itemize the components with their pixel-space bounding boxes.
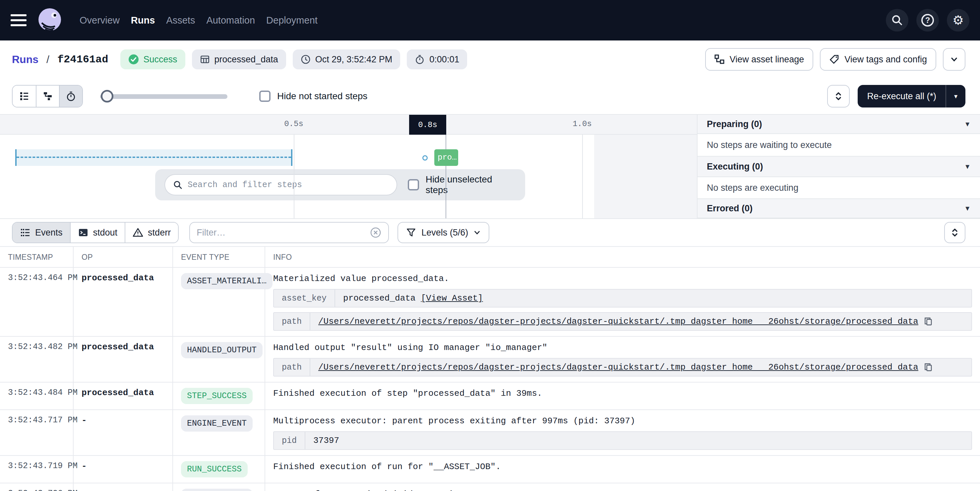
tab-stderr[interactable]: stderr xyxy=(125,223,178,242)
step-start-marker xyxy=(422,155,428,161)
cursor-time-box: 0.8s xyxy=(409,115,446,135)
col-header-info[interactable]: INFO xyxy=(265,247,980,267)
clear-filter-icon[interactable] xyxy=(370,226,382,239)
metadata-key: asset_key xyxy=(274,290,335,307)
col-header-event-type[interactable]: EVENT TYPE xyxy=(173,247,265,267)
event-type-badge: ENGINE_EVENT xyxy=(181,489,253,491)
run-status-panel: Preparing (0)▼ No steps are waiting to e… xyxy=(697,115,980,218)
nav-item-assets[interactable]: Assets xyxy=(166,15,195,26)
event-timestamp: 3:52:43.464 PM xyxy=(0,267,73,336)
preparing-section-body: No steps are waiting to execute xyxy=(698,134,980,156)
gantt-section: 0.5s 1.0s 0.8s pro… Hide unselected step… xyxy=(0,114,980,219)
clock-icon xyxy=(301,54,311,64)
chevron-down-icon xyxy=(473,229,481,236)
tab-events[interactable]: Events xyxy=(13,223,70,242)
events-list-icon xyxy=(20,227,30,238)
event-timestamp: 3:52:43.484 PM xyxy=(0,382,73,410)
timed-view-button[interactable] xyxy=(59,86,82,107)
breadcrumb-runs-link[interactable]: Runs xyxy=(12,53,38,66)
waterfall-view-button[interactable] xyxy=(36,86,59,107)
nav-item-overview[interactable]: Overview xyxy=(80,15,120,26)
event-info-cell: Finished execution of run for "__ASSET_J… xyxy=(265,455,980,483)
gantt-step-bar[interactable]: pro… xyxy=(434,149,458,166)
path-link[interactable]: /Users/neverett/projects/repos/dagster-p… xyxy=(318,317,918,327)
hide-unselected-checkbox-row[interactable]: Hide unselected steps xyxy=(408,174,516,195)
log-filter-input[interactable] xyxy=(197,228,370,238)
hide-unselected-label: Hide unselected steps xyxy=(426,174,516,195)
view-asset-link[interactable]: [View Asset] xyxy=(421,293,483,303)
event-type-badge: ASSET_MATERIALI… xyxy=(181,273,272,289)
expand-logs-button[interactable] xyxy=(944,222,966,243)
reexecute-split-button[interactable]: Re-execute all (*) ▾ xyxy=(858,85,966,107)
hide-not-started-label: Hide not started steps xyxy=(277,91,368,102)
run-actions-caret-button[interactable] xyxy=(943,48,966,71)
event-type-cell: ASSET_MATERIALI… xyxy=(173,267,265,336)
zoom-slider-handle[interactable] xyxy=(101,90,113,102)
nav-item-automation[interactable]: Automation xyxy=(206,15,255,26)
event-type-cell: HANDLED_OUTPUT xyxy=(173,336,265,382)
breadcrumb-separator: / xyxy=(46,53,49,66)
event-op: - xyxy=(73,410,173,455)
event-info-cell: Finished execution of step "processed_da… xyxy=(265,382,980,410)
tab-stdout[interactable]: stdout xyxy=(70,223,125,242)
path-link[interactable]: /Users/neverett/projects/repos/dagster-p… xyxy=(318,362,918,372)
expand-panel-button[interactable] xyxy=(827,85,850,107)
reexecute-all-button[interactable]: Re-execute all (*) xyxy=(858,85,945,107)
step-search-input[interactable] xyxy=(188,180,388,190)
event-type-badge: STEP_SUCCESS xyxy=(181,388,253,404)
zoom-slider-track[interactable] xyxy=(100,94,228,99)
metadata-key: path xyxy=(274,313,310,330)
search-button[interactable] xyxy=(886,9,908,32)
event-message: Process for run exited (pid: 37397). xyxy=(273,489,975,491)
step-search-box[interactable] xyxy=(164,174,397,195)
metadata-plain-value: 37397 xyxy=(313,435,339,446)
reexecute-caret-button[interactable]: ▾ xyxy=(946,85,966,107)
settings-button[interactable]: ⚙ xyxy=(947,9,969,32)
log-filter-box[interactable] xyxy=(189,222,389,243)
run-header: Runs / f24161ad Success processed_data O… xyxy=(0,40,980,78)
col-header-timestamp[interactable]: TIMESTAMP xyxy=(0,247,73,267)
levels-dropdown[interactable]: Levels (5/6) xyxy=(398,222,489,243)
event-timestamp: 3:52:43.719 PM xyxy=(0,455,73,483)
metadata-value: processed_data[View Asset] xyxy=(335,290,491,307)
event-info-cell: Materialized value processed_data.asset_… xyxy=(265,267,980,336)
gantt-chart-area[interactable]: pro… Hide unselected steps xyxy=(0,135,697,218)
check-circle-icon xyxy=(128,54,139,65)
hide-not-started-checkbox-row[interactable]: Hide not started steps xyxy=(259,91,368,102)
step-filter-overlay: Hide unselected steps xyxy=(155,169,525,200)
gantt-waiting-band xyxy=(15,149,293,166)
search-icon xyxy=(891,14,903,26)
event-message: Multiprocess executor: parent process ex… xyxy=(273,415,975,427)
asset-tag[interactable]: processed_data xyxy=(192,49,286,69)
hide-unselected-checkbox[interactable] xyxy=(408,179,419,190)
nav-item-runs[interactable]: Runs xyxy=(131,15,155,26)
run-id: f24161ad xyxy=(57,53,108,66)
errored-section-header[interactable]: Errored (0)▼ xyxy=(698,199,980,218)
waterfall-icon xyxy=(43,91,53,102)
events-table: TIMESTAMP OP EVENT TYPE INFO 3:52:43.464… xyxy=(0,247,980,491)
hide-not-started-checkbox[interactable] xyxy=(259,91,270,102)
col-header-op[interactable]: OP xyxy=(73,247,173,267)
event-op: processed_data xyxy=(73,267,173,336)
event-type-cell: RUN_SUCCESS xyxy=(173,455,265,483)
view-tags-config-button[interactable]: View tags and config xyxy=(820,48,936,71)
hamburger-menu-icon[interactable] xyxy=(11,14,27,26)
warning-triangle-icon xyxy=(133,227,143,238)
executing-section-header[interactable]: Executing (0)▼ xyxy=(698,156,980,177)
flat-view-button[interactable] xyxy=(13,86,36,107)
event-info-cell: Process for run exited (pid: 37397). xyxy=(265,483,980,491)
event-message: Finished execution of run for "__ASSET_J… xyxy=(273,461,975,472)
view-asset-lineage-button[interactable]: View asset lineage xyxy=(705,48,814,71)
event-op: - xyxy=(73,483,173,491)
zoom-slider[interactable] xyxy=(100,89,228,103)
copy-icon[interactable] xyxy=(924,317,933,326)
gantt-cursor-line xyxy=(445,135,446,218)
event-type-badge: ENGINE_EVENT xyxy=(181,415,253,432)
dagster-logo[interactable] xyxy=(37,7,63,33)
help-button[interactable]: ? xyxy=(916,9,939,32)
preparing-section-header[interactable]: Preparing (0)▼ xyxy=(698,115,980,134)
copy-icon[interactable] xyxy=(924,363,933,372)
nav-item-deployment[interactable]: Deployment xyxy=(266,15,318,26)
executing-section-body: No steps are executing xyxy=(698,177,980,199)
gridline-0-5s xyxy=(294,135,294,218)
